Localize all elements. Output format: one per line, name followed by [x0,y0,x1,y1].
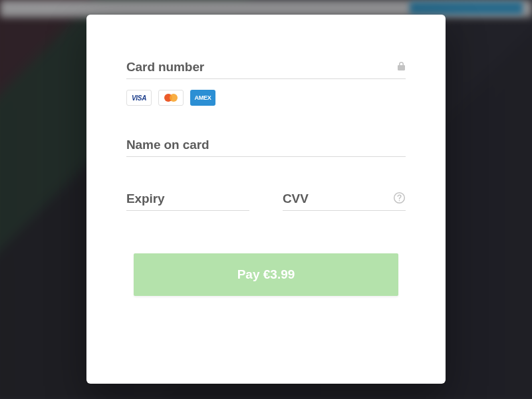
accepted-card-brands: VISA AMEX [126,90,406,106]
lock-icon [397,61,406,74]
help-icon[interactable] [393,192,406,207]
card-number-field[interactable]: Card number [126,60,406,79]
cvv-field[interactable]: CVV [283,192,406,211]
pay-button[interactable]: Pay €3.99 [134,253,398,296]
svg-point-1 [399,200,400,201]
expiry-field[interactable]: Expiry [126,192,249,211]
visa-icon: VISA [126,90,152,106]
mastercard-icon [158,90,184,106]
payment-modal: Card number VISA AMEX Name on card Expir… [86,15,446,384]
name-on-card-field[interactable]: Name on card [126,138,406,157]
amex-icon: AMEX [190,90,215,106]
